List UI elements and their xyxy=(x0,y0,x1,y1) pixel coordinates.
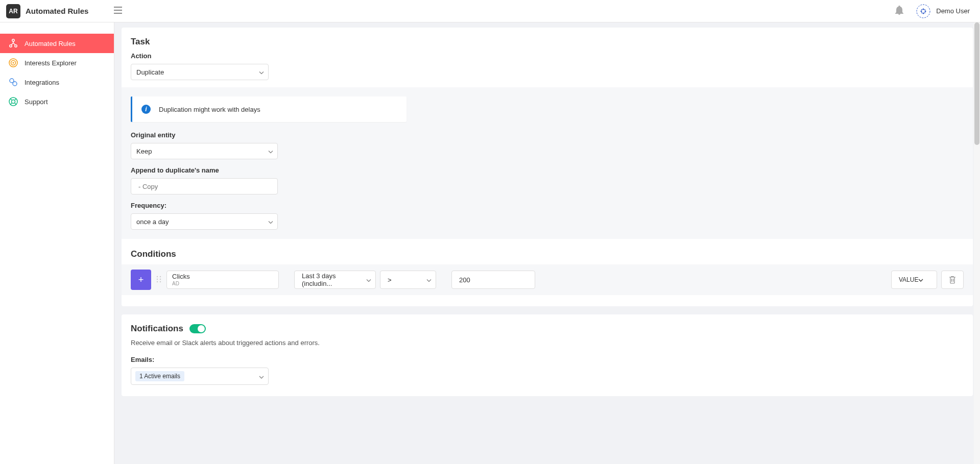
condition-metric-select[interactable]: Clicks AD xyxy=(166,271,279,289)
svg-point-8 xyxy=(924,12,925,13)
svg-point-21 xyxy=(157,278,158,279)
scrollbar-thumb[interactable] xyxy=(974,22,979,145)
emails-label: Emails: xyxy=(131,356,964,363)
original-entity-label: Original entity xyxy=(131,131,964,139)
life-ring-icon xyxy=(8,96,18,107)
svg-point-24 xyxy=(160,281,161,282)
avatar xyxy=(916,4,931,19)
sidebar-item-interests-explorer[interactable]: Interests Explorer xyxy=(0,53,114,72)
sidebar-item-support[interactable]: Support xyxy=(0,92,114,111)
task-details-panel: i Duplication might work with delays Ori… xyxy=(122,87,973,239)
svg-point-14 xyxy=(13,62,14,64)
conditions-section-title: Conditions xyxy=(131,249,964,259)
svg-point-1 xyxy=(923,8,924,10)
svg-point-5 xyxy=(921,9,922,10)
main-content: Task Action Duplicate i Duplication migh… xyxy=(114,22,980,464)
svg-point-0 xyxy=(917,5,930,18)
svg-point-19 xyxy=(157,276,158,277)
drag-handle-icon[interactable] xyxy=(155,275,162,285)
frequency-select[interactable]: once a day xyxy=(131,213,278,230)
link-icon xyxy=(8,77,18,87)
original-entity-select[interactable]: Keep xyxy=(131,143,278,159)
chevron-down-icon xyxy=(259,68,264,76)
add-condition-button[interactable]: + xyxy=(131,270,151,290)
scrollbar-track[interactable] xyxy=(974,22,980,464)
sidebar-toggle-button[interactable] xyxy=(112,5,124,17)
chevron-down-icon xyxy=(426,276,432,284)
sidebar-item-automated-rules[interactable]: Automated Rules xyxy=(0,34,114,53)
svg-point-9 xyxy=(12,39,14,41)
user-name: Demo User xyxy=(936,7,970,15)
action-label: Action xyxy=(131,52,964,60)
target-icon xyxy=(8,58,18,68)
svg-point-2 xyxy=(921,10,922,12)
hamburger-icon xyxy=(114,7,122,14)
emails-select[interactable]: 1 Active emails xyxy=(131,368,269,385)
app-title: Automated Rules xyxy=(26,7,88,15)
frequency-label: Frequency: xyxy=(131,202,964,209)
svg-point-18 xyxy=(12,100,15,104)
delete-condition-button[interactable] xyxy=(941,271,964,289)
sidebar-item-label: Integrations xyxy=(25,79,59,86)
svg-point-4 xyxy=(923,12,924,14)
emails-tag: 1 Active emails xyxy=(135,371,184,381)
task-section-title: Task xyxy=(131,37,964,47)
chevron-down-icon xyxy=(259,372,264,380)
svg-point-3 xyxy=(925,10,926,12)
range-value: Last 3 days (includin... xyxy=(302,272,360,287)
sidebar-item-label: Interests Explorer xyxy=(25,59,77,67)
sidebar-item-integrations[interactable]: Integrations xyxy=(0,72,114,92)
condition-range-select[interactable]: Last 3 days (includin... xyxy=(294,271,376,289)
app-logo[interactable]: AR Automated Rules xyxy=(0,4,88,18)
bell-icon xyxy=(895,6,903,15)
chevron-down-icon xyxy=(268,148,273,155)
frequency-value: once a day xyxy=(136,218,169,226)
trash-icon xyxy=(949,276,956,284)
sidebar-item-label: Support xyxy=(25,98,48,106)
task-card: Task Action Duplicate i Duplication migh… xyxy=(122,28,973,306)
value-type: VALUE xyxy=(899,276,918,283)
chevron-down-icon xyxy=(918,276,923,283)
top-header: AR Automated Rules xyxy=(0,0,980,22)
operator-value: > xyxy=(388,276,392,284)
toggle-thumb xyxy=(198,325,205,332)
action-select[interactable]: Duplicate xyxy=(131,64,269,80)
sidebar-item-label: Automated Rules xyxy=(25,40,76,47)
svg-point-22 xyxy=(160,278,161,279)
append-name-label: Append to duplicate's name xyxy=(131,166,964,174)
condition-value-input[interactable] xyxy=(451,271,535,289)
svg-point-20 xyxy=(160,276,161,277)
svg-point-23 xyxy=(157,281,158,282)
append-name-input[interactable] xyxy=(131,178,278,194)
metric-name: Clicks xyxy=(172,273,273,280)
condition-value-type-select[interactable]: VALUE xyxy=(891,271,937,289)
original-entity-value: Keep xyxy=(136,148,152,155)
nodes-icon xyxy=(8,38,18,48)
notifications-toggle[interactable] xyxy=(189,324,206,333)
info-icon: i xyxy=(141,105,151,114)
notifications-card: Notifications Receive email or Slack ale… xyxy=(122,314,973,396)
notifications-bell[interactable] xyxy=(895,6,903,16)
action-value: Duplicate xyxy=(136,68,164,76)
notifications-section-title: Notifications xyxy=(131,324,183,334)
condition-row: + Clicks AD Last 3 days (includin... xyxy=(122,264,973,295)
svg-point-7 xyxy=(921,12,922,13)
svg-point-16 xyxy=(13,82,17,86)
info-banner-text: Duplication might work with delays xyxy=(159,106,260,113)
condition-operator-select[interactable]: > xyxy=(380,271,436,289)
app-logo-icon: AR xyxy=(6,4,20,18)
chevron-down-icon xyxy=(366,276,371,284)
metric-sub: AD xyxy=(172,281,273,286)
svg-point-6 xyxy=(924,9,925,10)
chevron-down-icon xyxy=(268,218,273,226)
info-banner: i Duplication might work with delays xyxy=(131,96,407,122)
sidebar: Automated Rules Interests Explorer Integ… xyxy=(0,22,114,464)
notifications-description: Receive email or Slack alerts about trig… xyxy=(131,339,964,347)
user-menu[interactable]: Demo User xyxy=(916,4,970,19)
